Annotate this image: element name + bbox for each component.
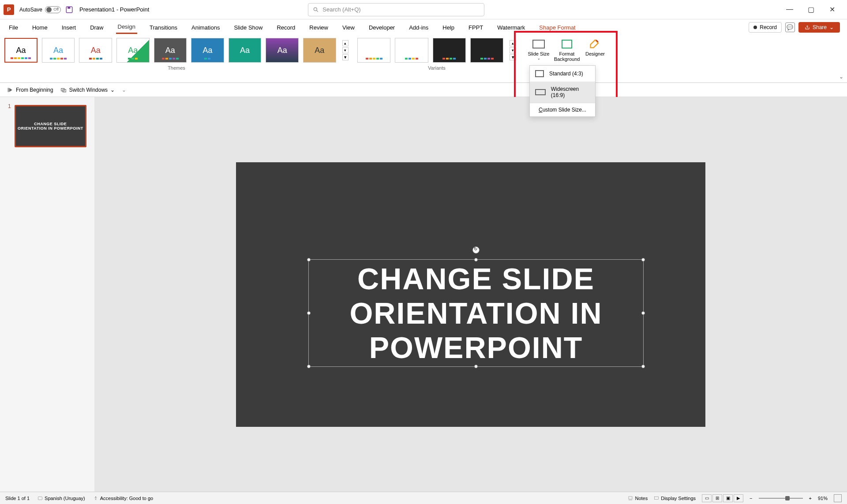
comments-button[interactable]: 💬 [785, 22, 795, 32]
rotate-handle[interactable] [472, 246, 480, 254]
normal-view-button[interactable]: ▭ [702, 494, 712, 502]
slide-canvas[interactable]: CHANGE SLIDE ORIENTATION IN POWERPOINT [236, 162, 705, 427]
tab-developer[interactable]: Developer [367, 22, 397, 34]
qat-customize-icon[interactable]: ⌄ [122, 87, 126, 93]
selection-handle[interactable] [641, 365, 645, 368]
slide-editor[interactable]: CHANGE SLIDE ORIENTATION IN POWERPOINT [94, 97, 847, 492]
notes-button[interactable]: Notes [628, 496, 648, 501]
theme-thumb[interactable]: Aa [229, 38, 262, 63]
close-button[interactable]: ✕ [828, 5, 836, 14]
maximize-button[interactable]: ▢ [806, 5, 815, 14]
theme-thumb[interactable]: Aa [266, 38, 299, 63]
ribbon-collapse-icon[interactable]: ⌄ [839, 74, 843, 80]
reading-view-button[interactable]: ▣ [723, 494, 733, 502]
tab-draw[interactable]: Draw [88, 22, 105, 34]
display-settings-button[interactable]: Display Settings [654, 496, 696, 501]
zoom-slider[interactable] [759, 498, 803, 499]
notes-icon [628, 496, 633, 501]
dropdown-custom-size[interactable]: Custom Slide Size... [530, 103, 595, 116]
designer-icon [588, 39, 602, 49]
zoom-out-button[interactable]: − [750, 496, 752, 501]
switch-windows-button[interactable]: Switch Windows ⌄ [60, 87, 115, 93]
tab-record[interactable]: Record [275, 22, 297, 34]
title-textbox[interactable]: CHANGE SLIDE ORIENTATION IN POWERPOINT [308, 259, 644, 367]
main-area: 1 CHANGE SLIDE ORIENTATION IN POWERPOINT… [0, 97, 847, 492]
selection-handle[interactable] [474, 258, 478, 261]
selection-handle[interactable] [307, 365, 311, 368]
minimize-button[interactable]: — [785, 5, 794, 14]
view-buttons: ▭ ⊞ ▣ ▶ [702, 494, 743, 502]
record-button[interactable]: Record [749, 22, 782, 33]
variant-thumb[interactable] [470, 38, 503, 63]
search-input[interactable]: Search (Alt+Q) [308, 3, 484, 16]
theme-thumb[interactable]: Aa [191, 38, 224, 63]
chevron-down-icon: ⌄ [537, 56, 540, 60]
variant-thumb[interactable] [395, 38, 428, 63]
slide-size-icon [532, 40, 545, 49]
selection-handle[interactable] [307, 311, 311, 315]
status-right: Notes Display Settings ▭ ⊞ ▣ ▶ − + 91% [628, 494, 842, 502]
tab-view[interactable]: View [341, 22, 356, 34]
tab-addins[interactable]: Add-ins [407, 22, 430, 34]
ribbon-right-controls: Record 💬 Share ⌄ [749, 22, 840, 33]
tab-fppt[interactable]: FPPT [467, 22, 485, 34]
accessibility-status[interactable]: Accessibility: Good to go [93, 496, 153, 501]
format-background-label: Format Background [554, 51, 580, 62]
tab-slideshow[interactable]: Slide Show [232, 22, 264, 34]
variant-thumb[interactable] [433, 38, 466, 63]
tab-watermark[interactable]: Watermark [495, 22, 527, 34]
fit-to-window-button[interactable] [834, 494, 842, 502]
tab-review[interactable]: Review [307, 22, 330, 34]
tab-design[interactable]: Design [116, 21, 137, 34]
switch-windows-label: Switch Windows [69, 87, 108, 93]
theme-thumb[interactable]: Aa [4, 38, 37, 63]
svg-rect-4 [8, 88, 9, 92]
selection-handle[interactable] [641, 311, 645, 315]
zoom-percent[interactable]: 91% [818, 496, 828, 501]
dropdown-standard[interactable]: Standard (4:3) [530, 66, 595, 82]
theme-gallery-scroll[interactable]: ▴▾▼ [342, 38, 349, 63]
tab-transitions[interactable]: Transitions [148, 22, 179, 34]
theme-thumb[interactable]: Aa [303, 38, 336, 63]
tab-insert[interactable]: Insert [60, 22, 78, 34]
from-beginning-button[interactable]: From Beginning [7, 87, 53, 93]
slide-size-label: Slide Size [528, 51, 550, 56]
zoom-in-button[interactable]: + [809, 496, 812, 501]
autosave-toggle-group[interactable]: AutoSave Off [19, 6, 61, 13]
tab-home[interactable]: Home [30, 22, 49, 34]
tab-shape-format[interactable]: Shape Format [537, 22, 577, 34]
tab-file[interactable]: File [7, 22, 20, 34]
ribbon-content: Aa Aa Aa Aa Aa Aa Aa Aa Aa ▴▾▼ Themes ▴▾… [0, 35, 847, 83]
accessibility-icon [93, 496, 98, 501]
tab-animations[interactable]: Animations [190, 22, 221, 34]
svg-point-2 [314, 7, 317, 11]
dropdown-widescreen[interactable]: Widescreen (16:9) [530, 82, 595, 103]
svg-point-8 [95, 497, 96, 497]
language-status[interactable]: Spanish (Uruguay) [37, 496, 85, 501]
theme-thumb[interactable]: Aa [79, 38, 112, 63]
theme-thumb[interactable]: Aa [42, 38, 75, 63]
variant-thumb[interactable] [357, 38, 390, 63]
theme-thumb[interactable]: Aa [154, 38, 187, 63]
share-button[interactable]: Share ⌄ [798, 22, 840, 33]
variant-gallery: ▴▾▼ [357, 38, 516, 63]
document-title: Presentation1 - PowerPoint [79, 6, 149, 13]
variants-group: ▴▾▼ Variants [353, 35, 521, 82]
svg-rect-7 [38, 497, 42, 500]
slide-thumbnail[interactable]: CHANGE SLIDE ORIENTATION IN POWERPOINT [15, 105, 86, 147]
designer-label: Designer [585, 51, 605, 56]
sorter-view-button[interactable]: ⊞ [712, 494, 722, 502]
share-label: Share [813, 24, 827, 30]
variant-gallery-scroll[interactable]: ▴▾▼ [510, 38, 516, 63]
slide-count-status[interactable]: Slide 1 of 1 [5, 496, 30, 501]
save-icon[interactable] [65, 6, 73, 14]
autosave-toggle[interactable]: Off [45, 6, 61, 13]
selection-handle[interactable] [641, 258, 645, 261]
selection-handle[interactable] [474, 365, 478, 368]
slideshow-view-button[interactable]: ▶ [734, 494, 743, 502]
selection-handle[interactable] [307, 258, 311, 261]
title-text[interactable]: CHANGE SLIDE ORIENTATION IN POWERPOINT [309, 260, 643, 367]
tab-help[interactable]: Help [441, 22, 456, 34]
theme-thumb[interactable]: Aa [116, 38, 150, 63]
record-label: Record [760, 24, 777, 30]
